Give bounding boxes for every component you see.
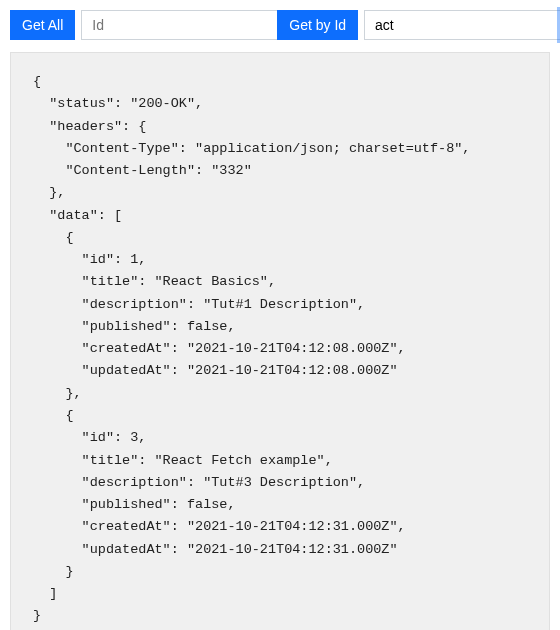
get-by-id-button[interactable]: Get by Id <box>277 10 358 40</box>
id-input-group: Get by Id <box>81 10 358 40</box>
title-input[interactable] <box>364 10 560 40</box>
id-input[interactable] <box>81 10 278 40</box>
result-output: { "status": "200-OK", "headers": { "Cont… <box>10 52 550 630</box>
title-input-group: Find By Title <box>364 10 560 40</box>
toolbar: Get All Get by Id Find By Title Clear <box>10 10 550 40</box>
get-all-button[interactable]: Get All <box>10 10 75 40</box>
